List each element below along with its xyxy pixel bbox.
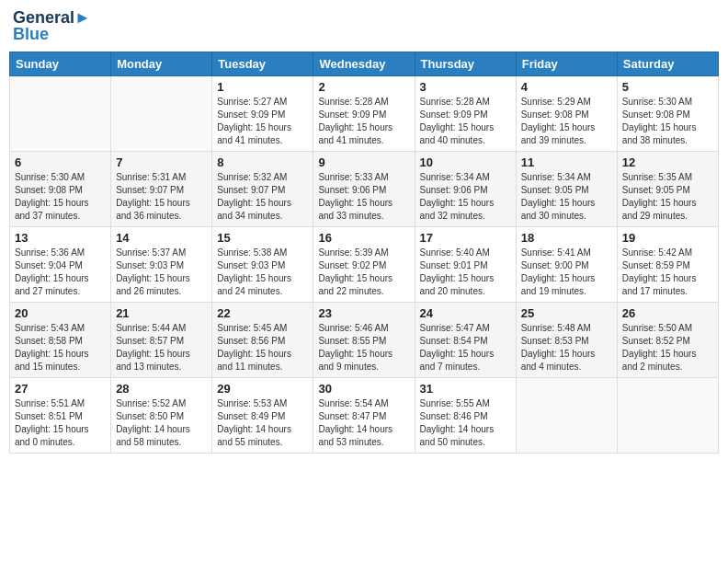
calendar-cell: 22Sunrise: 5:45 AM Sunset: 8:56 PM Dayli… <box>212 302 313 377</box>
weekday-header: Monday <box>111 52 212 75</box>
day-info: Sunrise: 5:30 AM Sunset: 9:08 PM Dayligh… <box>15 171 106 223</box>
day-number: 2 <box>318 80 409 94</box>
day-info: Sunrise: 5:55 AM Sunset: 8:46 PM Dayligh… <box>420 397 511 449</box>
day-info: Sunrise: 5:34 AM Sunset: 9:06 PM Dayligh… <box>420 171 511 223</box>
calendar-header-row: SundayMondayTuesdayWednesdayThursdayFrid… <box>10 52 719 75</box>
calendar-cell: 25Sunrise: 5:48 AM Sunset: 8:53 PM Dayli… <box>516 302 617 377</box>
calendar-week-row: 20Sunrise: 5:43 AM Sunset: 8:58 PM Dayli… <box>10 302 719 377</box>
day-info: Sunrise: 5:33 AM Sunset: 9:06 PM Dayligh… <box>318 171 409 223</box>
day-info: Sunrise: 5:28 AM Sunset: 9:09 PM Dayligh… <box>420 96 511 147</box>
weekday-header: Saturday <box>617 52 718 75</box>
calendar-cell: 15Sunrise: 5:38 AM Sunset: 9:03 PM Dayli… <box>212 226 313 302</box>
calendar-cell: 1Sunrise: 5:27 AM Sunset: 9:09 PM Daylig… <box>212 75 313 151</box>
day-number: 29 <box>217 382 308 396</box>
calendar-cell: 13Sunrise: 5:36 AM Sunset: 9:04 PM Dayli… <box>10 226 111 302</box>
calendar-cell: 10Sunrise: 5:34 AM Sunset: 9:06 PM Dayli… <box>415 151 516 226</box>
calendar-cell: 16Sunrise: 5:39 AM Sunset: 9:02 PM Dayli… <box>313 226 415 302</box>
calendar-cell: 26Sunrise: 5:50 AM Sunset: 8:52 PM Dayli… <box>617 302 718 377</box>
day-number: 5 <box>622 80 713 94</box>
weekday-header: Thursday <box>415 52 516 75</box>
day-info: Sunrise: 5:27 AM Sunset: 9:09 PM Dayligh… <box>217 96 308 147</box>
day-number: 20 <box>15 306 106 320</box>
page-header: General► Blue <box>9 9 719 44</box>
day-info: Sunrise: 5:43 AM Sunset: 8:58 PM Dayligh… <box>15 322 106 373</box>
calendar-cell: 19Sunrise: 5:42 AM Sunset: 8:59 PM Dayli… <box>617 226 718 302</box>
calendar-cell: 5Sunrise: 5:30 AM Sunset: 9:08 PM Daylig… <box>617 75 718 151</box>
day-number: 21 <box>116 306 207 320</box>
calendar-cell: 27Sunrise: 5:51 AM Sunset: 8:51 PM Dayli… <box>10 377 111 453</box>
calendar-week-row: 13Sunrise: 5:36 AM Sunset: 9:04 PM Dayli… <box>10 226 719 302</box>
day-number: 28 <box>116 382 207 396</box>
day-info: Sunrise: 5:38 AM Sunset: 9:03 PM Dayligh… <box>217 247 308 298</box>
day-info: Sunrise: 5:46 AM Sunset: 8:55 PM Dayligh… <box>318 322 409 373</box>
day-info: Sunrise: 5:50 AM Sunset: 8:52 PM Dayligh… <box>622 322 713 373</box>
day-info: Sunrise: 5:30 AM Sunset: 9:08 PM Dayligh… <box>622 96 713 147</box>
day-number: 9 <box>318 155 409 169</box>
day-number: 17 <box>420 231 511 245</box>
day-info: Sunrise: 5:32 AM Sunset: 9:07 PM Dayligh… <box>217 171 308 223</box>
day-info: Sunrise: 5:39 AM Sunset: 9:02 PM Dayligh… <box>318 247 409 298</box>
day-info: Sunrise: 5:42 AM Sunset: 8:59 PM Dayligh… <box>622 247 713 298</box>
day-number: 27 <box>15 382 106 396</box>
calendar-cell: 11Sunrise: 5:34 AM Sunset: 9:05 PM Dayli… <box>516 151 617 226</box>
day-number: 3 <box>420 80 511 94</box>
calendar-cell: 21Sunrise: 5:44 AM Sunset: 8:57 PM Dayli… <box>111 302 212 377</box>
day-info: Sunrise: 5:45 AM Sunset: 8:56 PM Dayligh… <box>217 322 308 373</box>
day-info: Sunrise: 5:48 AM Sunset: 8:53 PM Dayligh… <box>521 322 612 373</box>
calendar-cell: 12Sunrise: 5:35 AM Sunset: 9:05 PM Dayli… <box>617 151 718 226</box>
calendar-cell: 14Sunrise: 5:37 AM Sunset: 9:03 PM Dayli… <box>111 226 212 302</box>
calendar-cell: 30Sunrise: 5:54 AM Sunset: 8:47 PM Dayli… <box>313 377 415 453</box>
day-info: Sunrise: 5:47 AM Sunset: 8:54 PM Dayligh… <box>420 322 511 373</box>
calendar-week-row: 27Sunrise: 5:51 AM Sunset: 8:51 PM Dayli… <box>10 377 719 453</box>
day-number: 15 <box>217 231 308 245</box>
day-number: 23 <box>318 306 409 320</box>
day-number: 26 <box>622 306 713 320</box>
weekday-header: Sunday <box>10 52 111 75</box>
day-number: 14 <box>116 231 207 245</box>
day-info: Sunrise: 5:37 AM Sunset: 9:03 PM Dayligh… <box>116 247 207 298</box>
calendar-cell <box>516 377 617 453</box>
calendar-cell: 18Sunrise: 5:41 AM Sunset: 9:00 PM Dayli… <box>516 226 617 302</box>
day-number: 24 <box>420 306 511 320</box>
logo-text-blue: Blue <box>13 26 91 44</box>
day-number: 6 <box>15 155 106 169</box>
calendar-cell: 9Sunrise: 5:33 AM Sunset: 9:06 PM Daylig… <box>313 151 415 226</box>
day-info: Sunrise: 5:54 AM Sunset: 8:47 PM Dayligh… <box>318 397 409 449</box>
day-info: Sunrise: 5:51 AM Sunset: 8:51 PM Dayligh… <box>15 397 106 449</box>
calendar-cell: 7Sunrise: 5:31 AM Sunset: 9:07 PM Daylig… <box>111 151 212 226</box>
day-info: Sunrise: 5:41 AM Sunset: 9:00 PM Dayligh… <box>521 247 612 298</box>
calendar-cell: 29Sunrise: 5:53 AM Sunset: 8:49 PM Dayli… <box>212 377 313 453</box>
calendar-week-row: 6Sunrise: 5:30 AM Sunset: 9:08 PM Daylig… <box>10 151 719 226</box>
day-number: 25 <box>521 306 612 320</box>
weekday-header: Friday <box>516 52 617 75</box>
day-number: 1 <box>217 80 308 94</box>
day-info: Sunrise: 5:40 AM Sunset: 9:01 PM Dayligh… <box>420 247 511 298</box>
day-number: 8 <box>217 155 308 169</box>
day-info: Sunrise: 5:29 AM Sunset: 9:08 PM Dayligh… <box>521 96 612 147</box>
calendar-cell <box>10 75 111 151</box>
day-number: 10 <box>420 155 511 169</box>
calendar-cell: 20Sunrise: 5:43 AM Sunset: 8:58 PM Dayli… <box>10 302 111 377</box>
day-info: Sunrise: 5:34 AM Sunset: 9:05 PM Dayligh… <box>521 171 612 223</box>
calendar-cell: 4Sunrise: 5:29 AM Sunset: 9:08 PM Daylig… <box>516 75 617 151</box>
day-number: 7 <box>116 155 207 169</box>
day-number: 18 <box>521 231 612 245</box>
calendar-cell: 17Sunrise: 5:40 AM Sunset: 9:01 PM Dayli… <box>415 226 516 302</box>
day-number: 11 <box>521 155 612 169</box>
calendar-cell <box>111 75 212 151</box>
day-info: Sunrise: 5:52 AM Sunset: 8:50 PM Dayligh… <box>116 397 207 449</box>
weekday-header: Tuesday <box>212 52 313 75</box>
calendar-cell: 8Sunrise: 5:32 AM Sunset: 9:07 PM Daylig… <box>212 151 313 226</box>
day-number: 13 <box>15 231 106 245</box>
calendar-cell: 31Sunrise: 5:55 AM Sunset: 8:46 PM Dayli… <box>415 377 516 453</box>
calendar-week-row: 1Sunrise: 5:27 AM Sunset: 9:09 PM Daylig… <box>10 75 719 151</box>
day-info: Sunrise: 5:36 AM Sunset: 9:04 PM Dayligh… <box>15 247 106 298</box>
day-number: 16 <box>318 231 409 245</box>
calendar-cell: 6Sunrise: 5:30 AM Sunset: 9:08 PM Daylig… <box>10 151 111 226</box>
day-info: Sunrise: 5:31 AM Sunset: 9:07 PM Dayligh… <box>116 171 207 223</box>
day-info: Sunrise: 5:35 AM Sunset: 9:05 PM Dayligh… <box>622 171 713 223</box>
calendar-cell: 23Sunrise: 5:46 AM Sunset: 8:55 PM Dayli… <box>313 302 415 377</box>
calendar-cell: 2Sunrise: 5:28 AM Sunset: 9:09 PM Daylig… <box>313 75 415 151</box>
calendar-cell: 3Sunrise: 5:28 AM Sunset: 9:09 PM Daylig… <box>415 75 516 151</box>
day-info: Sunrise: 5:44 AM Sunset: 8:57 PM Dayligh… <box>116 322 207 373</box>
